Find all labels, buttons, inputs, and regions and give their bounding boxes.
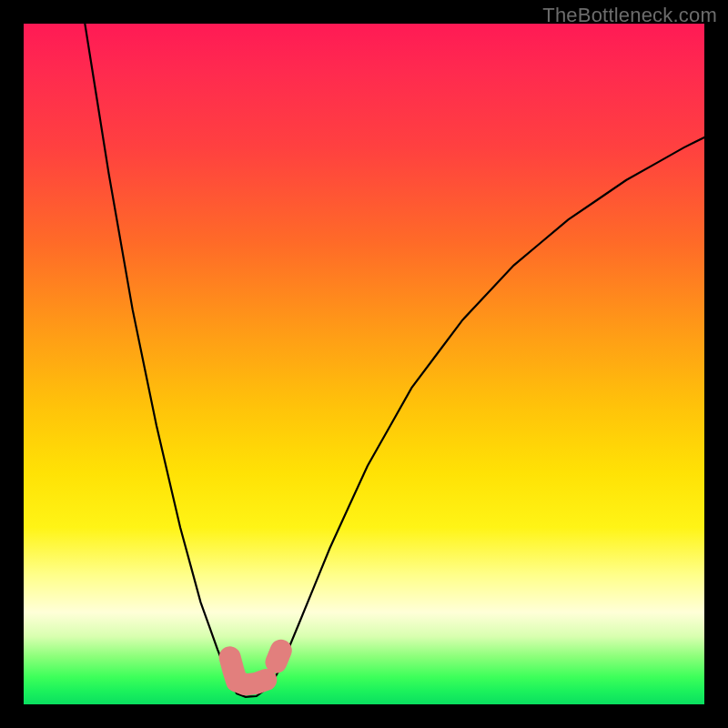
- watermark-text: TheBottleneck.com: [542, 4, 717, 27]
- bottleneck-curve: [85, 24, 704, 697]
- marker-stroke: [277, 651, 281, 662]
- marker-stroke: [230, 657, 267, 684]
- curve-svg: [24, 24, 704, 704]
- plot-area: [24, 24, 704, 704]
- chart-frame: TheBottleneck.com: [0, 0, 728, 728]
- marker-group: [230, 651, 281, 684]
